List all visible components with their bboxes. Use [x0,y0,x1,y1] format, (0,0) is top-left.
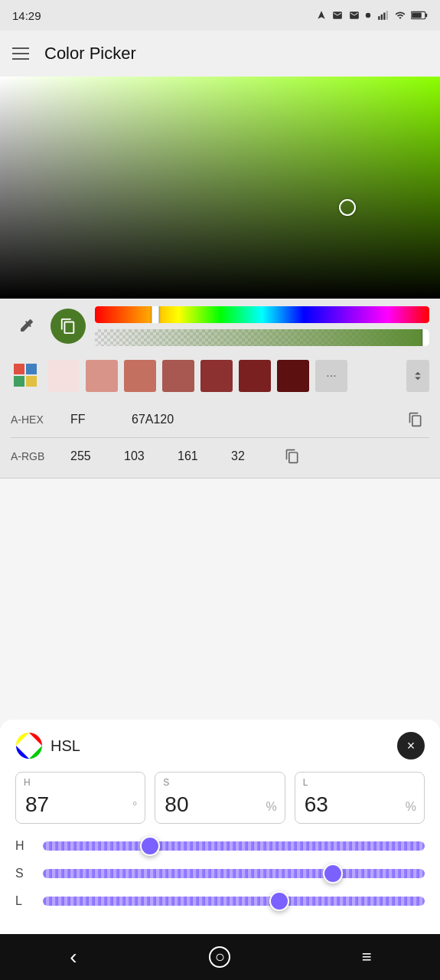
hsl-l-slider[interactable] [43,897,425,906]
tools-row [0,299,440,354]
palette-row: ··· [0,354,440,398]
palette-icon [14,364,38,388]
svg-rect-7 [412,12,422,18]
page-title: Color Picker [44,44,136,64]
palette-swatch-2[interactable] [86,360,118,392]
hsl-header-left: HSL [15,732,80,760]
alpha-slider[interactable] [95,329,429,346]
hex-row: A-HEX [11,401,429,438]
palette-swatch-6[interactable] [239,360,271,392]
email-icon [331,10,344,21]
email2-icon [348,10,360,21]
hsl-title: HSL [51,737,80,755]
hsl-inputs: H 87 ° S 80 % L 63 % [15,772,425,824]
color-preview-button[interactable] [51,309,86,344]
recent-apps-button[interactable]: ≡ [347,938,386,976]
alpha-gradient [95,329,429,346]
svg-rect-2 [381,15,383,20]
eyedropper-icon [17,317,35,335]
hex-alpha-field[interactable] [64,410,125,430]
hsl-l-thumb[interactable] [269,891,289,911]
battery-icon [411,10,428,21]
palette-swatch-7[interactable] [277,360,309,392]
hsl-h-group[interactable]: H 87 ° [15,772,145,824]
color-canvas-selector[interactable] [339,199,356,216]
hsl-s-slider-row: S [15,867,425,880]
rgb-row: A-RGB [11,438,429,475]
wifi-icon [394,10,406,21]
rgb-label: A-RGB [11,450,64,462]
hsl-close-label: × [407,738,416,754]
navigation-icon [316,10,327,21]
hsl-s-value: 80 [165,792,275,817]
app-bar: Color Picker [0,31,440,77]
svg-rect-1 [378,16,380,20]
hsl-l-slider-row: L [15,894,425,908]
svg-rect-3 [383,13,385,20]
svg-point-0 [366,13,370,18]
hsl-h-label: H [24,777,31,788]
hex-copy-button[interactable] [402,406,429,433]
hamburger-line-1 [12,47,29,49]
hsl-h-thumb[interactable] [140,836,160,856]
home-button[interactable]: ○ [200,938,239,976]
divider [0,478,440,479]
hsl-l-slider-label: L [15,894,31,908]
palette-more-button[interactable]: ··· [315,360,347,392]
back-button[interactable]: ‹ [54,938,93,976]
palette-more-label: ··· [326,369,336,383]
rgb-b-field[interactable] [225,446,279,466]
palette-icon-button[interactable] [11,361,41,391]
svg-rect-6 [425,14,427,18]
hsl-h-value: 87 [25,792,135,817]
color-wheel-icon [15,732,43,760]
rgb-copy-button[interactable] [279,443,306,470]
palette-swatch-3[interactable] [124,360,156,392]
hamburger-line-3 [12,58,29,60]
hsl-l-group[interactable]: L 63 % [295,772,425,824]
rgb-g-field[interactable] [171,446,225,466]
palette-scroll-button[interactable] [406,360,429,392]
hue-thumb[interactable] [152,306,159,323]
menu-button[interactable] [12,47,29,60]
hsl-s-slider-label: S [15,867,31,880]
eyedropper-button[interactable] [11,311,41,341]
hsl-s-label: S [163,777,169,788]
svg-rect-4 [386,11,388,20]
dot-icon [365,12,371,18]
hsl-header: HSL × [15,732,425,760]
palette-swatch-1[interactable] [47,360,80,392]
status-time: 14:29 [12,9,41,22]
hsl-s-group[interactable]: S 80 % [155,772,285,824]
hsl-s-thumb[interactable] [323,864,343,884]
svg-rect-11 [26,376,37,387]
status-icons [316,10,428,21]
hsl-l-label: L [303,777,308,788]
tools-top-row [11,306,429,346]
svg-point-15 [23,740,35,752]
copy-icon [60,318,77,335]
hex-value-field[interactable] [125,410,402,430]
hsl-h-slider[interactable] [43,841,425,851]
copy-hex-icon [408,412,423,427]
hsl-close-button[interactable]: × [397,732,425,760]
alpha-thumb[interactable] [422,329,429,346]
rgb-alpha-field[interactable] [64,446,118,466]
hsl-l-value: 63 [305,792,415,817]
hue-slider[interactable] [95,306,429,323]
color-canvas[interactable] [0,77,440,299]
hsl-l-unit: % [406,800,416,814]
color-values-section: A-HEX A-RGB [0,398,440,478]
chevron-up-down-icon [411,369,425,383]
hex-label: A-HEX [11,413,64,426]
palette-swatch-5[interactable] [200,360,233,392]
signal-icon [376,10,389,21]
bottom-nav: ‹ ○ ≡ [0,934,440,980]
copy-rgb-icon [285,449,300,464]
hsl-s-slider[interactable] [43,869,425,878]
color-canvas-container[interactable] [0,77,440,299]
palette-swatch-4[interactable] [162,360,194,392]
status-bar: 14:29 [0,0,440,31]
svg-rect-10 [14,376,24,387]
rgb-r-field[interactable] [118,446,171,466]
